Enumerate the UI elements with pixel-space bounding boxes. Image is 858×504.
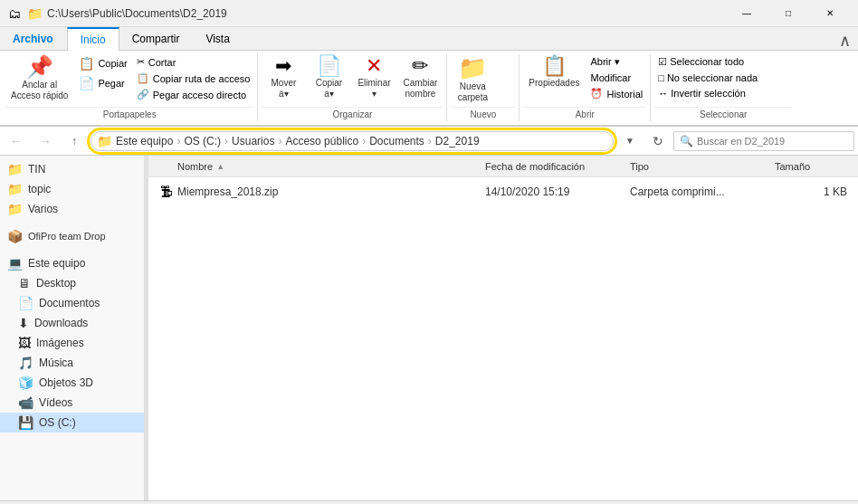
btn-modificar[interactable]: Modificar xyxy=(586,71,646,85)
ribbon-expand-btn[interactable]: ∧ xyxy=(832,27,858,50)
sidebar-item-dropbox[interactable]: 📦 OfiPro team Drop xyxy=(0,226,144,246)
btn-pegar-acceso[interactable]: 🔗 Pegar acceso directo xyxy=(133,87,254,102)
sidebar-item-musica[interactable]: 🎵 Música xyxy=(0,353,144,373)
search-input[interactable] xyxy=(697,136,848,147)
group-label-nuevo: Nuevo xyxy=(451,107,515,121)
sidebar-item-objetos3d[interactable]: 🧊 Objetos 3D xyxy=(0,373,144,393)
title-controls: — □ ✕ xyxy=(726,0,851,27)
group-label-organizar: Organizar xyxy=(262,107,443,121)
close-button[interactable]: ✕ xyxy=(809,0,851,27)
tab-inicio[interactable]: Inicio xyxy=(67,27,119,51)
rename-icon: ✏ xyxy=(412,56,428,76)
btn-invertir-seleccion[interactable]: ↔ Invertir selección xyxy=(654,86,761,100)
btn-cambiar-nombre[interactable]: ✏ Cambiarnombre xyxy=(398,54,443,101)
paste-icon: 📄 xyxy=(79,76,94,90)
file-date-cell: 14/10/2020 15:19 xyxy=(485,185,630,198)
refresh-button[interactable]: ↻ xyxy=(646,129,670,153)
btn-nueva-carpeta[interactable]: 📁 Nuevacarpeta xyxy=(451,54,494,105)
col-fecha[interactable]: Fecha de modificación xyxy=(485,161,630,172)
title-bar-left: 🗂 📁 C:\Users\Public\Documents\D2_2019 xyxy=(7,6,227,21)
pin-icon: 📌 xyxy=(26,56,53,78)
downloads-icon: ⬇ xyxy=(18,316,29,330)
crumb-d2-2019[interactable]: D2_2019 xyxy=(435,135,480,147)
copy-icon: 📋 xyxy=(79,56,94,71)
new-folder-icon: 📁 xyxy=(458,56,487,80)
minimize-button[interactable]: — xyxy=(726,0,767,27)
crumb-usuarios[interactable]: Usuarios xyxy=(232,135,274,147)
crumb-acceso[interactable]: Acceso público xyxy=(285,135,358,147)
btn-anclar[interactable]: 📌 Anclar alAcceso rápido xyxy=(5,54,73,103)
file-header: Nombre ▲ Fecha de modificación Tipo Tama… xyxy=(148,156,858,177)
btn-copiar-a[interactable]: 📄 Copiara▾ xyxy=(307,54,350,101)
table-row[interactable]: 🗜 Miempresa_2018.zip 14/10/2020 15:19 Ca… xyxy=(148,177,858,206)
tab-archivo[interactable]: Archivo xyxy=(0,27,67,50)
sidebar: 📁 TIN 📁 topic 📁 Varios 📦 OfiPro team Dro… xyxy=(0,156,145,500)
zip-file-icon: 🗜 xyxy=(160,185,173,199)
sidebar-item-os-c[interactable]: 💾 OS (C:) xyxy=(0,413,144,433)
group-label-seleccionar: Seleccionar xyxy=(654,107,792,121)
file-name-cell: Miempresa_2018.zip xyxy=(177,185,485,198)
forward-button[interactable]: → xyxy=(33,129,58,153)
sort-asc-icon: ▲ xyxy=(216,162,224,171)
crumb-este-equipo[interactable]: Este equipo xyxy=(116,135,173,147)
sidebar-item-topic[interactable]: 📁 topic xyxy=(0,179,144,199)
images-icon: 🖼 xyxy=(18,336,31,350)
group-abrir: 📋 Propiedades Abrir ▾ Modificar ⏰ Histor… xyxy=(520,54,651,121)
search-box[interactable]: 🔍 xyxy=(673,131,854,151)
btn-propiedades[interactable]: 📋 Propiedades xyxy=(523,54,585,90)
sidebar-item-downloads[interactable]: ⬇ Downloads xyxy=(0,313,144,333)
ribbon-tabs: Archivo Inicio Compartir Vista ∧ xyxy=(0,27,858,51)
up-button[interactable]: ↑ xyxy=(62,129,87,153)
videos-icon: 📹 xyxy=(18,395,33,410)
sidebar-item-documentos[interactable]: 📄 Documentos xyxy=(0,293,144,313)
sidebar-item-desktop[interactable]: 🖥 Desktop xyxy=(0,273,144,293)
col-tipo[interactable]: Tipo xyxy=(630,161,775,172)
desktop-icon: 🖥 xyxy=(18,276,31,290)
col-tamano[interactable]: Tamaño xyxy=(775,161,847,172)
col-nombre[interactable]: Nombre ▲ xyxy=(177,161,485,172)
btn-abrir[interactable]: Abrir ▾ xyxy=(586,54,646,70)
group-label-portapapeles: Portapapeles xyxy=(5,107,253,121)
main-area: 📁 TIN 📁 topic 📁 Varios 📦 OfiPro team Dro… xyxy=(0,156,858,500)
btn-historial[interactable]: ⏰ Historial xyxy=(586,86,646,101)
dropbox-icon: 📦 xyxy=(7,229,23,243)
btn-copiar-ruta[interactable]: 📋 Copiar ruta de acceso xyxy=(133,71,254,86)
file-type-cell: Carpeta comprimi... xyxy=(630,185,775,198)
folder-icon: 🗂 xyxy=(7,6,22,21)
ribbon: Archivo Inicio Compartir Vista ∧ 📌 Ancla… xyxy=(0,27,858,127)
btn-pegar[interactable]: 📄 Pegar xyxy=(75,74,130,92)
dropdown-button[interactable]: ▼ xyxy=(617,129,643,153)
computer-icon: 💻 xyxy=(7,256,23,271)
folder-icon-2: 📁 xyxy=(27,6,42,21)
sidebar-item-varios[interactable]: 📁 Varios xyxy=(0,199,144,219)
btn-copiar[interactable]: 📋 Copiar xyxy=(75,54,130,72)
maximize-button[interactable]: □ xyxy=(767,0,809,27)
music-icon: 🎵 xyxy=(18,356,33,370)
delete-icon: ✕ xyxy=(366,56,382,76)
btn-mover[interactable]: ➡ Movera▾ xyxy=(262,54,305,101)
tab-compartir[interactable]: Compartir xyxy=(119,27,194,50)
address-path[interactable]: 📁 Este equipo › OS (C:) › Usuarios › Acc… xyxy=(91,131,614,151)
sidebar-item-este-equipo[interactable]: 💻 Este equipo xyxy=(0,253,144,273)
group-nuevo: 📁 Nuevacarpeta Nuevo xyxy=(447,54,520,121)
properties-icon: 📋 xyxy=(542,56,567,76)
sidebar-item-tin[interactable]: 📁 TIN xyxy=(0,159,144,179)
move-icon: ➡ xyxy=(275,56,291,76)
btn-no-seleccionar[interactable]: □ No seleccionar nada xyxy=(654,71,761,85)
back-button[interactable]: ← xyxy=(4,129,29,153)
crumb-documents[interactable]: Documents xyxy=(369,135,424,147)
sidebar-item-videos[interactable]: 📹 Vídeos xyxy=(0,393,144,413)
btn-cortar[interactable]: ✂ Cortar xyxy=(133,54,254,70)
btn-eliminar[interactable]: ✕ Eliminar▾ xyxy=(352,54,396,101)
sidebar-item-imagenes[interactable]: 🖼 Imágenes xyxy=(0,333,144,353)
crumb-os[interactable]: OS (C:) xyxy=(184,135,221,147)
file-list: 🗜 Miempresa_2018.zip 14/10/2020 15:19 Ca… xyxy=(148,177,858,500)
group-seleccionar: ☑ Seleccionar todo □ No seleccionar nada… xyxy=(651,54,796,121)
title-bar: 🗂 📁 C:\Users\Public\Documents\D2_2019 — … xyxy=(0,0,858,27)
file-area: Nombre ▲ Fecha de modificación Tipo Tama… xyxy=(148,156,858,500)
btn-seleccionar-todo[interactable]: ☑ Seleccionar todo xyxy=(654,54,761,70)
search-icon: 🔍 xyxy=(680,135,693,147)
tab-vista[interactable]: Vista xyxy=(193,27,243,50)
title-path: C:\Users\Public\Documents\D2_2019 xyxy=(47,7,227,20)
copy-to-icon: 📄 xyxy=(317,56,341,76)
